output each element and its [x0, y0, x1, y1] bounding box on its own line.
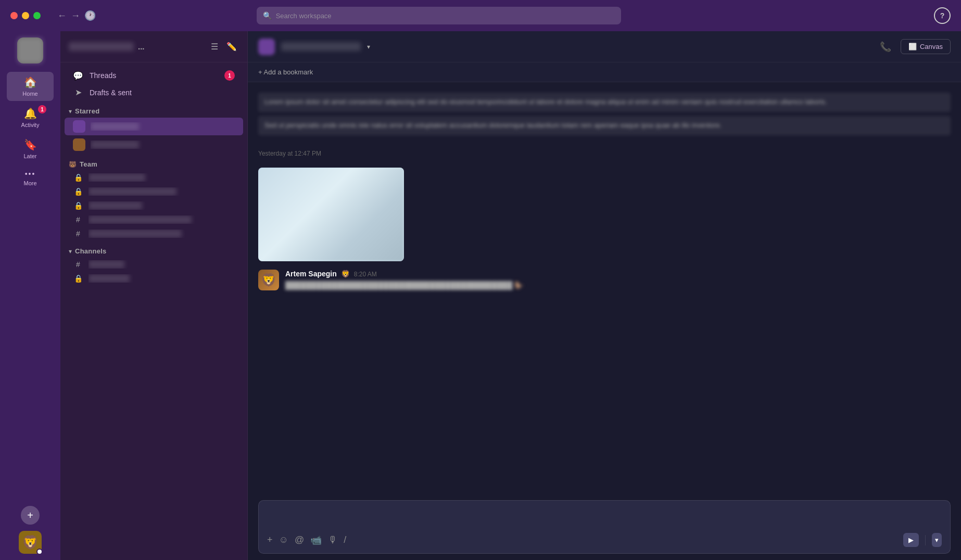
channels-label: Channels	[75, 247, 107, 255]
dm-avatar-2	[73, 138, 85, 151]
sidebar-nav-label: Activity	[21, 122, 40, 128]
threads-label: Threads	[90, 71, 218, 80]
canvas-icon: ⬜	[908, 43, 917, 50]
emoji-button[interactable]: ☺	[279, 534, 288, 545]
back-button[interactable]: ←	[57, 10, 67, 21]
message-content-artem: Artem Sapegin 🦁 8:20 AM ████████████████…	[285, 270, 951, 291]
message-text: ████████████████████████████████████████…	[285, 280, 951, 291]
forward-button[interactable]: →	[71, 10, 80, 21]
message-input[interactable]	[267, 507, 942, 528]
hash-icon: #	[73, 215, 83, 224]
image-preview	[258, 168, 404, 261]
team-icon: 🐻	[69, 161, 77, 168]
icon-sidebar: 🏠 Home 🔔 Activity 1 🔖 Later ••• More + 🦁	[0, 31, 60, 560]
sidebar-item-activity[interactable]: 🔔 Activity 1	[7, 103, 54, 132]
team-ch-3[interactable]: 🔒 ████ ██████	[65, 199, 243, 212]
hash-icon: #	[73, 260, 83, 269]
message-header-artem: Artem Sapegin 🦁 8:20 AM	[285, 270, 951, 278]
ch-name-6: ███████	[88, 260, 235, 269]
drafts-icon: ➤	[73, 87, 83, 97]
dm-item-1[interactable]: ████ █████	[65, 118, 243, 135]
lock-icon: 🔒	[73, 187, 83, 196]
ch-name-5: ██████████████████	[88, 230, 235, 238]
workspace-icon[interactable]	[17, 37, 43, 63]
ch-name-3: ████ ██████	[88, 201, 235, 210]
ch-item-2[interactable]: 🔒 ████████	[65, 272, 243, 285]
user-avatar[interactable]: 🦁	[19, 531, 42, 554]
blurred-message-1: Lorem ipsum dolor sit amet consectetur a…	[258, 93, 951, 112]
ch-name-4: ████████████████████	[88, 215, 235, 224]
image-attachment	[258, 168, 404, 261]
message-block-image	[258, 163, 951, 263]
channel-list: 💬 Threads 1 ➤ Drafts & sent ▾ Starred ██…	[60, 62, 247, 560]
search-icon: 🔍	[263, 11, 272, 20]
blurred-message-2: Sed ut perspiciatis unde omnis iste natu…	[258, 116, 951, 135]
ch-item-1[interactable]: # ███████	[65, 258, 243, 271]
drafts-item[interactable]: ➤ Drafts & sent	[65, 84, 243, 100]
lock-icon: 🔒	[73, 201, 83, 210]
title-bar: ← → 🕐 🔍 Search workspace ?	[0, 0, 961, 31]
call-button[interactable]: 📞	[877, 38, 894, 56]
chat-messages: Lorem ipsum dolor sit amet consectetur a…	[248, 82, 961, 494]
team-ch-4[interactable]: # ████████████████████	[65, 213, 243, 226]
send-divider	[925, 535, 926, 545]
lock-icon: 🔒	[73, 173, 83, 182]
sidebar-item-home[interactable]: 🏠 Home	[7, 72, 54, 101]
send-button[interactable]: ▶	[903, 533, 919, 547]
sidebar-item-later[interactable]: 🔖 Later	[7, 134, 54, 163]
sidebar-nav-label: More	[23, 180, 36, 186]
team-label: Team	[80, 160, 97, 168]
dm-name-1: ████ █████	[91, 122, 235, 131]
user-emoji: 🦁	[22, 534, 39, 551]
slash-button[interactable]: /	[344, 534, 346, 545]
maximize-button[interactable]	[33, 12, 41, 19]
nav-arrows: ← → 🕐	[57, 10, 96, 21]
channel-chevron-icon[interactable]: ▾	[367, 43, 370, 50]
team-ch-1[interactable]: 🔒 ███████████	[65, 171, 243, 184]
workspace-name-blurred: Workspace Name	[69, 42, 134, 51]
message-author: Artem Sapegin	[285, 270, 337, 278]
filter-button[interactable]: ☰	[209, 40, 220, 54]
starred-section-header[interactable]: ▾ Starred	[60, 101, 247, 117]
threads-item[interactable]: 💬 Threads 1	[65, 67, 243, 84]
threads-icon: 💬	[73, 71, 83, 81]
sidebar-nav-label: Home	[22, 91, 37, 97]
message-time: 8:20 AM	[354, 271, 377, 278]
channels-section-header[interactable]: ▾ Channels	[60, 241, 247, 257]
audio-button[interactable]: 🎙	[328, 534, 337, 545]
message-author-emoji: 🦁	[341, 270, 350, 278]
ch-name-7: ████████	[88, 274, 235, 283]
sidebar-item-more[interactable]: ••• More	[7, 166, 54, 190]
team-section-header[interactable]: 🐻 Team	[60, 154, 247, 170]
window-controls	[10, 12, 41, 19]
add-button[interactable]: +	[21, 506, 40, 525]
online-status	[36, 549, 43, 555]
team-ch-5[interactable]: # ██████████████████	[65, 227, 243, 240]
send-dropdown-button[interactable]: ▾	[932, 533, 942, 547]
help-button[interactable]: ?	[934, 7, 951, 24]
mention-button[interactable]: @	[295, 534, 304, 545]
close-button[interactable]	[10, 12, 18, 19]
search-bar[interactable]: 🔍 Search workspace	[257, 7, 621, 24]
video-button[interactable]: 📹	[310, 534, 322, 546]
bell-icon: 🔔	[24, 107, 37, 120]
search-placeholder: Search workspace	[276, 12, 332, 20]
bookmark-bar: + Add a bookmark	[248, 62, 961, 82]
home-icon: 🏠	[24, 76, 37, 88]
dm-name-2: ███ ██████	[91, 141, 235, 149]
message-toolbar: + ☺ @ 📹 🎙 / ▶ ▾	[267, 533, 942, 547]
drafts-label: Drafts & sent	[90, 88, 235, 97]
canvas-button[interactable]: ⬜ Canvas	[901, 39, 951, 54]
team-ch-2[interactable]: 🔒 █████████████████	[65, 185, 243, 198]
chevron-down-icon: ▾	[69, 108, 72, 115]
chat-area: ████ ██████████ ▾ 📞 ⬜ Canvas + Add a boo…	[248, 31, 961, 560]
attach-button[interactable]: +	[267, 534, 273, 545]
dm-avatar-1	[73, 120, 85, 133]
compose-button[interactable]: ✏️	[224, 40, 239, 54]
history-button[interactable]: 🕐	[84, 10, 96, 21]
message-input-box: + ☺ @ 📹 🎙 / ▶ ▾	[258, 500, 951, 554]
minimize-button[interactable]	[22, 12, 29, 19]
channel-sidebar: Workspace Name ... ☰ ✏️ 💬 Threads 1 ➤ Dr…	[60, 31, 248, 560]
add-bookmark-button[interactable]: + Add a bookmark	[258, 68, 313, 76]
dm-item-2[interactable]: ███ ██████	[65, 136, 243, 154]
